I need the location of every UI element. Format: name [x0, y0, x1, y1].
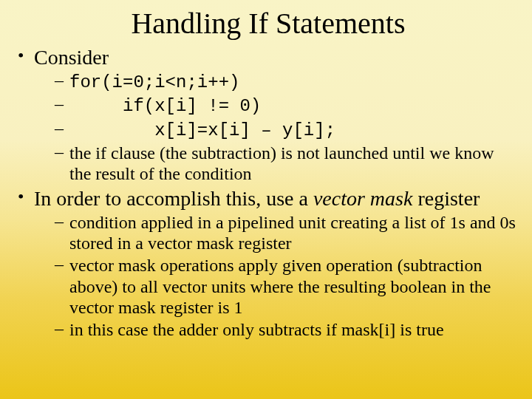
bullet-consider: Consider for(i=0;i<n;i++) if(x[i] != 0) …	[18, 45, 519, 185]
bullet-text: the if clause (the subtraction) is not l…	[69, 143, 494, 183]
sub-bullet-adder: in this case the adder only subtracts if…	[55, 319, 519, 340]
code-text: x[i]=x[i] – y[i];	[69, 120, 335, 140]
bullet-text-em: vector mask	[313, 187, 413, 210]
sub-list: condition applied in a pipelined unit cr…	[34, 212, 519, 341]
code-line-assign: x[i]=x[i] – y[i];	[55, 119, 519, 141]
sub-bullet-ifclause: the if clause (the subtraction) is not l…	[55, 143, 519, 185]
sub-bullet-operations: vector mask operations apply given opera…	[55, 255, 519, 318]
slide: Handling If Statements Consider for(i=0;…	[0, 0, 532, 399]
slide-title: Handling If Statements	[18, 6, 519, 41]
bullet-text-pre: In order to accomplish this, use a	[34, 187, 313, 210]
bullet-text: Consider	[34, 46, 109, 69]
sub-bullet-condition: condition applied in a pipelined unit cr…	[55, 212, 519, 254]
bullet-list: Consider for(i=0;i<n;i++) if(x[i] != 0) …	[18, 45, 519, 341]
code-line-if: if(x[i] != 0)	[55, 95, 519, 117]
code-line-for: for(i=0;i<n;i++)	[55, 71, 519, 93]
bullet-text: vector mask operations apply given opera…	[69, 256, 491, 317]
code-text: if(x[i] != 0)	[69, 96, 261, 116]
bullet-vector-mask: In order to accomplish this, use a vecto…	[18, 186, 519, 341]
bullet-text: in this case the adder only subtracts if…	[69, 320, 444, 339]
code-text: for(i=0;i<n;i++)	[69, 72, 239, 92]
sub-list: for(i=0;i<n;i++) if(x[i] != 0) x[i]=x[i]…	[34, 71, 519, 185]
bullet-text-post: register	[412, 187, 480, 210]
bullet-text: condition applied in a pipelined unit cr…	[69, 213, 516, 253]
